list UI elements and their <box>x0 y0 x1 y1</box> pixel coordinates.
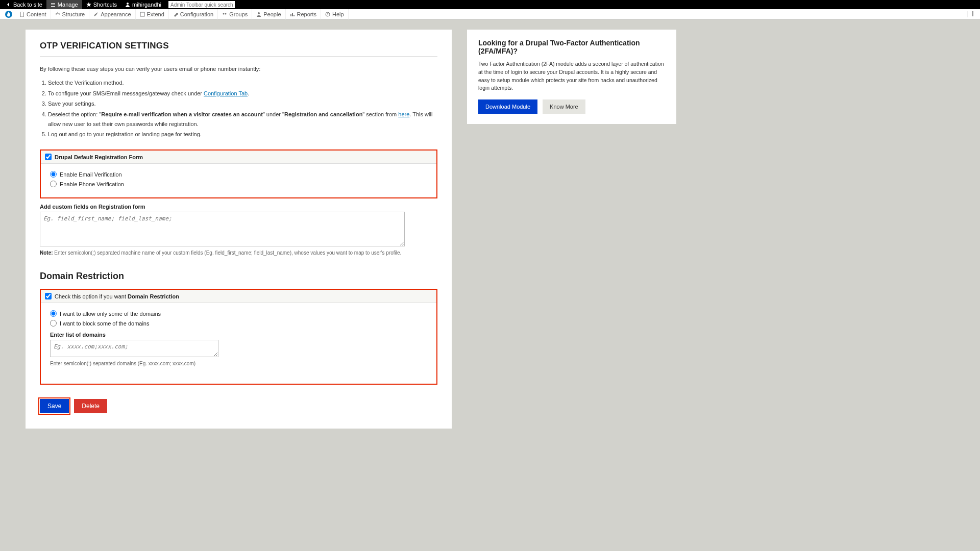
domain-restriction-title: Domain Restriction <box>40 271 437 282</box>
sidebar-promo-card: Looking for a Drupal Two-Factor Authenti… <box>467 30 676 124</box>
vertical-bar-icon <box>971 11 975 16</box>
admin-search-input[interactable] <box>168 1 235 8</box>
brush-icon <box>93 12 99 17</box>
step-5: Log out and go to your registration or l… <box>48 130 437 139</box>
manage-menu[interactable]: Manage <box>46 0 82 9</box>
svg-rect-1 <box>140 12 144 16</box>
promo-title: Looking for a Drupal Two-Factor Authenti… <box>478 39 665 55</box>
registration-form-fieldset: Drupal Default Registration Form Enable … <box>40 149 437 198</box>
domain-list-label: Enter list of domains <box>50 332 427 338</box>
domain-restriction-checkbox[interactable] <box>45 293 52 299</box>
phone-verification-label: Enable Phone Verification <box>60 181 124 187</box>
email-verification-label: Enable Email Verification <box>60 171 122 178</box>
nav-people[interactable]: People <box>252 9 285 19</box>
nav-extend[interactable]: Extend <box>136 9 169 19</box>
svg-point-4 <box>258 12 260 14</box>
person-icon <box>256 12 261 17</box>
nav-configuration[interactable]: Configuration <box>169 9 218 19</box>
step-4: Deselect the option: "Require e-mail ver… <box>48 110 437 129</box>
droplet-icon <box>6 12 11 17</box>
nav-reports[interactable]: Reports <box>286 9 322 19</box>
nav-configuration-label: Configuration <box>180 11 213 17</box>
domain-list-note: Enter semicolon(;) separated domains (Eg… <box>50 361 427 366</box>
step-2: To configure your SMS/Email messages/gat… <box>48 89 437 98</box>
hamburger-icon <box>51 2 56 7</box>
delete-button[interactable]: Delete <box>74 399 107 413</box>
nav-appearance-label: Appearance <box>101 11 131 17</box>
user-menu[interactable]: mihirgandhi <box>121 0 165 9</box>
custom-fields-textarea[interactable] <box>40 212 405 246</box>
steps-list: Select the Verification method. To confi… <box>40 78 437 139</box>
admin-secondbar: Content Structure Appearance Extend Conf… <box>0 9 980 19</box>
download-module-button[interactable]: Download Module <box>478 99 537 114</box>
custom-fields-label: Add custom fields on Registration form <box>40 204 437 210</box>
allow-domains-label: I want to allow only some of the domains <box>60 311 161 317</box>
phone-verification-radio[interactable] <box>50 181 57 187</box>
know-more-button[interactable]: Know More <box>543 99 585 114</box>
domain-list-textarea[interactable] <box>50 340 218 357</box>
chart-icon <box>290 12 295 17</box>
default-registration-label: Drupal Default Registration Form <box>55 154 143 160</box>
svg-rect-7 <box>972 11 973 16</box>
nav-structure[interactable]: Structure <box>51 9 90 19</box>
step-1: Select the Verification method. <box>48 78 437 88</box>
file-icon <box>19 12 24 17</box>
shortcuts-menu[interactable]: Shortcuts <box>82 0 121 9</box>
drupal-logo-icon[interactable] <box>5 11 12 18</box>
main-settings-card: OTP VERIFICATION SETTINGS By following t… <box>26 30 452 429</box>
step-3: Save your settings. <box>48 99 437 109</box>
svg-point-2 <box>223 13 225 14</box>
svg-point-0 <box>127 3 129 5</box>
wrench-icon <box>173 12 178 17</box>
configuration-tab-link[interactable]: Configuration Tab <box>204 90 248 96</box>
email-verification-radio[interactable] <box>50 171 57 178</box>
domain-restriction-fieldset: Check this option if you want Domain Res… <box>40 289 437 385</box>
custom-fields-note: Note: Enter semicolon(;) separated machi… <box>40 250 437 256</box>
promo-text: Two Factor Authentication (2FA) module a… <box>478 60 665 92</box>
star-icon <box>86 2 91 7</box>
svg-text:?: ? <box>327 13 329 16</box>
nav-groups[interactable]: Groups <box>218 9 252 19</box>
nav-content-label: Content <box>27 11 46 17</box>
svg-point-3 <box>225 13 227 14</box>
back-label: Back to site <box>13 2 42 8</box>
toolbar-orientation-toggle[interactable] <box>967 11 978 17</box>
block-domains-radio[interactable] <box>50 320 57 327</box>
shortcuts-label: Shortcuts <box>93 2 117 8</box>
manage-label: Manage <box>58 2 78 8</box>
nav-help[interactable]: ?Help <box>321 9 349 19</box>
back-to-site-link[interactable]: Back to site <box>2 0 46 9</box>
nav-groups-label: Groups <box>229 11 248 17</box>
intro-text: By following these easy steps you can ve… <box>40 66 437 72</box>
nav-extend-label: Extend <box>147 11 164 17</box>
save-button[interactable]: Save <box>40 399 69 413</box>
admin-topbar: Back to site Manage Shortcuts mihirgandh… <box>0 0 980 9</box>
block-domains-label: I want to block some of the domains <box>60 320 149 327</box>
help-icon: ? <box>325 12 330 17</box>
nav-appearance[interactable]: Appearance <box>89 9 135 19</box>
back-arrow-icon <box>6 2 11 7</box>
puzzle-icon <box>140 12 145 17</box>
nav-people-label: People <box>263 11 281 17</box>
tree-icon <box>55 12 60 17</box>
nav-help-label: Help <box>332 11 344 17</box>
user-icon <box>125 2 130 7</box>
page-title: OTP VERIFICATION SETTINGS <box>40 41 437 57</box>
default-registration-checkbox[interactable] <box>45 154 52 160</box>
username-label: mihirgandhi <box>132 2 161 8</box>
nav-reports-label: Reports <box>297 11 317 17</box>
allow-domains-radio[interactable] <box>50 310 57 317</box>
domain-checkbox-label: Check this option if you want Domain Res… <box>55 293 179 299</box>
here-link[interactable]: here <box>398 111 409 117</box>
nav-structure-label: Structure <box>62 11 85 17</box>
groups-icon <box>222 12 227 17</box>
nav-content[interactable]: Content <box>15 9 51 19</box>
